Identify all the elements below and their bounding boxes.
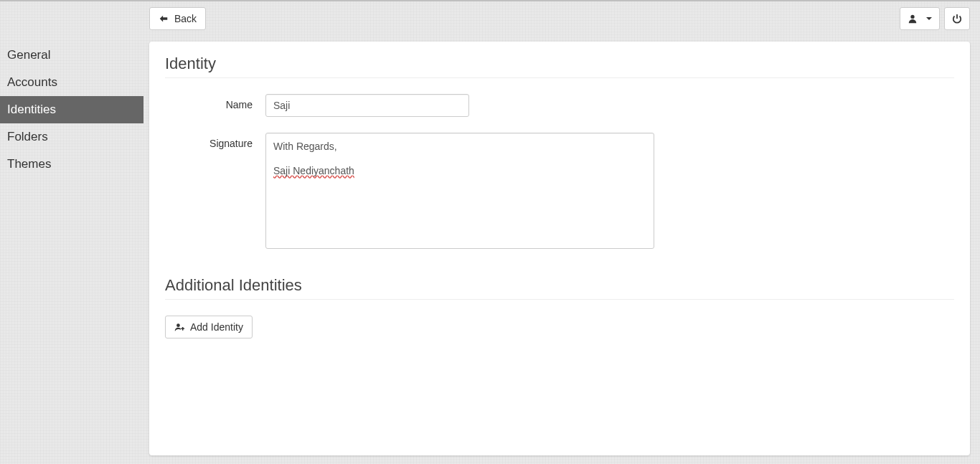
sidebar-item-label: Accounts [7, 75, 57, 89]
name-row: Name [165, 94, 954, 117]
sidebar-item-label: Identities [7, 103, 56, 116]
logout-button[interactable] [944, 7, 970, 30]
signature-line1: With Regards, [273, 141, 646, 152]
sidebar-item-accounts[interactable]: Accounts [0, 69, 143, 96]
svg-point-0 [910, 15, 914, 19]
top-right-controls [900, 7, 970, 30]
sidebar-item-label: Themes [7, 157, 51, 171]
identity-section-title: Identity [165, 55, 954, 73]
caret-down-icon [926, 17, 932, 20]
additional-identities-section: Additional Identities Add Identity [165, 276, 954, 338]
signature-input[interactable]: With Regards, Saji Nediyanchath [265, 133, 654, 249]
signature-row: Signature With Regards, Saji Nediyanchat… [165, 133, 954, 249]
add-identity-button[interactable]: Add Identity [165, 316, 253, 338]
user-plus-icon [174, 322, 184, 332]
signature-line2: Saji Nediyanchath [273, 165, 646, 176]
sidebar-item-themes[interactable]: Themes [0, 151, 143, 178]
sidebar-item-folders[interactable]: Folders [0, 123, 143, 151]
svg-point-1 [176, 323, 180, 327]
back-button-label: Back [174, 11, 197, 26]
content-panel: Identity Name Signature With Regards, Sa… [149, 42, 970, 455]
name-input[interactable] [265, 94, 469, 117]
power-icon [952, 14, 962, 24]
sidebar-item-label: General [7, 48, 50, 62]
signature-label: Signature [165, 133, 265, 149]
additional-section-title: Additional Identities [165, 276, 954, 295]
top-bar: Back [0, 1, 980, 36]
add-identity-label: Add Identity [190, 320, 243, 334]
user-icon [908, 14, 918, 24]
settings-sidebar: General Accounts Identities Folders Them… [0, 42, 143, 178]
sidebar-item-label: Folders [7, 130, 48, 143]
divider [165, 299, 954, 300]
sidebar-item-identities[interactable]: Identities [0, 96, 143, 123]
user-menu-button[interactable] [900, 7, 940, 30]
back-button[interactable]: Back [149, 7, 206, 30]
name-label: Name [165, 94, 265, 110]
sidebar-item-general[interactable]: General [0, 42, 143, 69]
arrow-left-icon [159, 14, 169, 24]
divider [165, 77, 954, 78]
